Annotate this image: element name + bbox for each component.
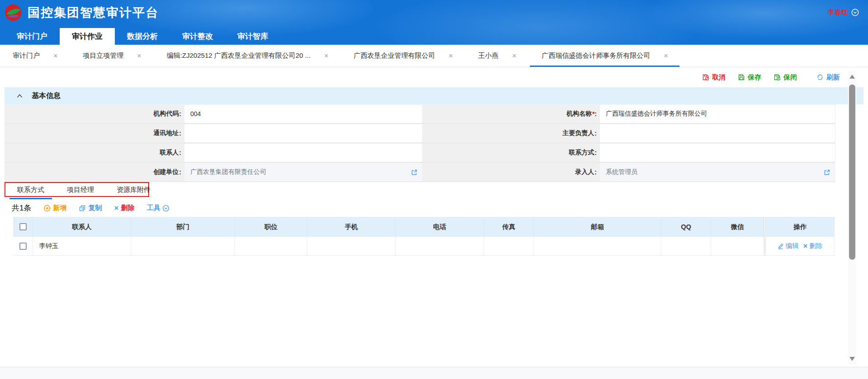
- th-department: 部门: [131, 217, 235, 237]
- main-nav: 审计门户 审计作业 数据分析 审计整改 审计智库: [0, 25, 868, 45]
- edit-pencil-icon: [778, 243, 784, 249]
- external-link-icon[interactable]: [824, 169, 830, 176]
- th-qq: QQ: [661, 217, 711, 237]
- refresh-button[interactable]: 刷新: [816, 73, 840, 82]
- chevron-down-circle-icon: [162, 205, 170, 212]
- page-bottom-strip: [0, 367, 868, 379]
- cell-qq: [661, 237, 711, 256]
- principal-field[interactable]: [599, 124, 835, 143]
- subtab-project-manager[interactable]: 项目经理: [67, 182, 94, 199]
- cell-actions: 编辑 × 删除: [766, 237, 835, 256]
- entry-user-field: 系统管理员: [599, 163, 835, 182]
- create-unit-label: 创建单位: [5, 163, 184, 182]
- nav-item-data-analysis[interactable]: 数据分析: [115, 28, 170, 45]
- th-phone: 电话: [396, 217, 484, 237]
- cell-phone: [396, 237, 484, 256]
- create-unit-field: 广西农垦集团有限责任公司: [184, 163, 423, 182]
- app-logo-icon: [5, 4, 22, 21]
- cell-fax: [484, 237, 534, 256]
- cell-wechat: [711, 237, 764, 256]
- row-delete-link[interactable]: × 删除: [803, 242, 822, 250]
- tab-audit-portal[interactable]: 审计门户 ×: [0, 45, 70, 67]
- user-name: 李春红: [828, 8, 848, 17]
- org-name-label: 机构名称*: [423, 104, 599, 124]
- th-position: 职位: [235, 217, 307, 237]
- vertical-scrollbar: [848, 71, 856, 365]
- close-icon[interactable]: ×: [324, 52, 328, 60]
- basic-info-section-header[interactable]: 基本信息: [5, 87, 863, 104]
- subtab-contact-info[interactable]: 联系方式: [17, 182, 44, 199]
- close-icon[interactable]: ×: [53, 52, 57, 60]
- tab-edit-project[interactable]: 编辑:ZJ202512 广西农垦企业管理有限公司20 ... ×: [154, 45, 341, 67]
- cell-email: [534, 237, 661, 256]
- save-close-icon: [774, 74, 781, 81]
- tab-person[interactable]: 王小燕 ×: [466, 45, 529, 67]
- form-action-bar: 取消 保存 保闭: [0, 67, 868, 87]
- delete-button[interactable]: × 删除: [114, 204, 134, 213]
- close-icon[interactable]: ×: [448, 52, 453, 60]
- detail-sub-tabs: 联系方式 项目经理 资源库附件: [5, 182, 863, 199]
- cell-contact: 李钟玉: [33, 237, 131, 256]
- table-row: 李钟玉 编辑: [13, 237, 835, 256]
- add-circle-icon: [43, 205, 51, 212]
- close-icon[interactable]: ×: [664, 52, 668, 60]
- basic-info-form: 机构代码 004 机构名称* 广西瑞信盛德会计师事务所有限公司 通讯地址 主要负…: [5, 104, 863, 182]
- row-checkbox[interactable]: [19, 243, 27, 250]
- subtab-resource-attachments[interactable]: 资源库附件: [117, 182, 151, 199]
- row-edit-link[interactable]: 编辑: [778, 242, 799, 250]
- row-select-cell: [13, 237, 33, 256]
- cancel-save-icon: [702, 74, 709, 81]
- scrollbar-thumb[interactable]: [849, 84, 855, 260]
- address-field[interactable]: [184, 124, 423, 143]
- select-all-cell: [13, 217, 33, 237]
- tab-strip: 审计门户 × 项目立项管理 × 编辑:ZJ202512 广西农垦企业管理有限公司…: [0, 45, 868, 67]
- th-email: 邮箱: [534, 217, 661, 237]
- close-icon[interactable]: ×: [137, 52, 141, 60]
- th-contact: 联系人: [33, 217, 131, 237]
- nav-item-audit-rectify[interactable]: 审计整改: [170, 28, 225, 45]
- contact-label: 联系人: [5, 143, 184, 163]
- cancel-button[interactable]: 取消: [702, 73, 726, 82]
- app-title: 国控集团智慧审计平台: [28, 5, 159, 21]
- delete-x-icon: ×: [114, 204, 118, 213]
- external-link-icon[interactable]: [411, 169, 418, 176]
- org-code-field[interactable]: 004: [184, 104, 423, 124]
- nav-item-audit-knowledge[interactable]: 审计智库: [225, 28, 280, 45]
- contact-way-label: 联系方式: [423, 143, 599, 163]
- cell-position: [235, 237, 307, 256]
- contact-way-field[interactable]: [599, 143, 835, 163]
- user-menu[interactable]: 李春红: [828, 8, 859, 17]
- th-mobile: 手机: [307, 217, 396, 237]
- org-code-label: 机构代码: [5, 104, 184, 124]
- cell-mobile: [307, 237, 396, 256]
- close-icon[interactable]: ×: [512, 52, 516, 60]
- cell-department: [131, 237, 235, 256]
- principal-label: 主要负责人: [423, 124, 599, 143]
- contacts-table: 联系人 部门 职位 手机 电话 传真 邮箱 QQ 微信 操作 李钟玉: [13, 217, 835, 256]
- nav-item-audit-work[interactable]: 审计作业: [60, 28, 115, 45]
- nav-item-audit-portal[interactable]: 审计门户: [5, 28, 60, 45]
- tab-company[interactable]: 广西农垦企业管理有限公司 ×: [341, 45, 465, 67]
- select-all-checkbox[interactable]: [19, 223, 27, 230]
- collapse-chevron-up-icon: [17, 94, 23, 98]
- main-content: 取消 保存 保闭: [0, 67, 868, 367]
- refresh-icon: [816, 74, 824, 81]
- save-icon: [738, 74, 745, 81]
- th-fax: 传真: [484, 217, 534, 237]
- scroll-down-arrow[interactable]: [849, 357, 855, 361]
- add-button[interactable]: 新增: [43, 204, 66, 212]
- tab-project-approval[interactable]: 项目立项管理 ×: [70, 45, 154, 67]
- save-close-button[interactable]: 保闭: [774, 73, 797, 82]
- tab-accounting-firm[interactable]: 广西瑞信盛德会计师事务所有限公司 ×: [529, 45, 680, 67]
- scroll-up-arrow[interactable]: [849, 75, 855, 79]
- save-button[interactable]: 保存: [738, 73, 761, 82]
- th-wechat: 微信: [711, 217, 764, 237]
- table-header-row: 联系人 部门 职位 手机 电话 传真 邮箱 QQ 微信 操作: [13, 217, 835, 237]
- copy-button[interactable]: 复制: [79, 204, 102, 212]
- contact-field[interactable]: [184, 143, 423, 163]
- org-name-field[interactable]: 广西瑞信盛德会计师事务所有限公司: [599, 104, 835, 124]
- copy-icon: [79, 205, 86, 212]
- tools-dropdown[interactable]: 工具: [146, 204, 170, 212]
- chevron-down-circle-icon: [851, 9, 859, 16]
- delete-x-icon: ×: [803, 242, 807, 250]
